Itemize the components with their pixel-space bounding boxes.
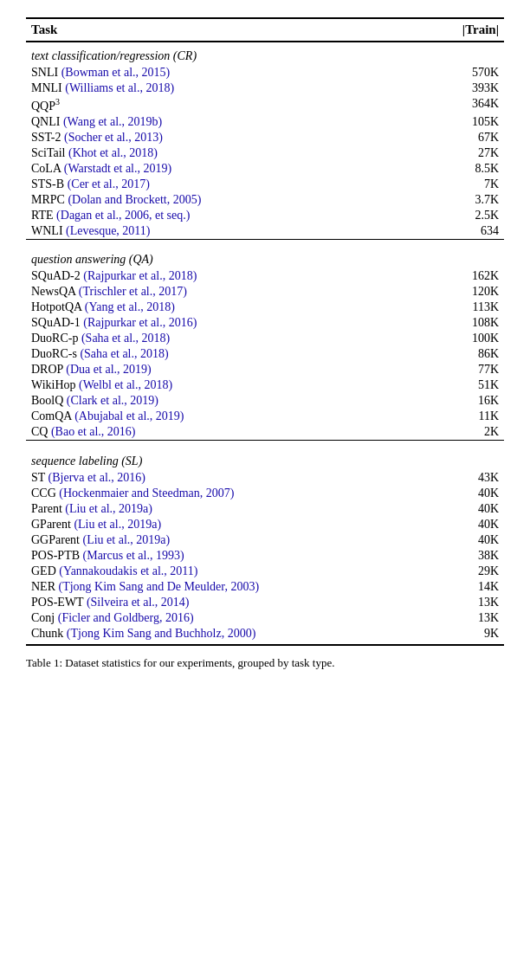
citation: (Saha et al., 2018): [81, 332, 170, 345]
citation: (Warstadt et al., 2019): [64, 162, 171, 175]
table-row: SNLI (Bowman et al., 2015)570K: [26, 65, 504, 81]
train-size-cell: 27K: [409, 145, 504, 161]
table-row: Conj (Ficler and Goldberg, 2016)13K: [26, 610, 504, 626]
separator-cell: [26, 441, 504, 448]
train-size-cell: 8.5K: [409, 161, 504, 177]
task-name: MNLI: [31, 81, 62, 94]
citation: (Bowman et al., 2015): [61, 66, 171, 79]
train-size-cell: 113K: [409, 300, 504, 315]
task-cell: BoolQ (Clark et al., 2019): [26, 393, 409, 409]
table-row: RTE (Dagan et al., 2006, et seq.)2.5K: [26, 208, 504, 223]
train-size-cell: 570K: [409, 65, 504, 81]
citation: (Liu et al., 2019a): [65, 502, 152, 515]
citation: (Silveira et al., 2014): [87, 596, 190, 609]
section-label: text classification/regression (CR): [26, 42, 504, 65]
citation: (Bao et al., 2016): [51, 425, 136, 438]
task-cell: DROP (Dua et al., 2019): [26, 362, 409, 377]
citation: (Yang et al., 2018): [85, 300, 175, 313]
task-cell: HotpotQA (Yang et al., 2018): [26, 300, 409, 315]
train-size-cell: 29K: [409, 564, 504, 579]
task-name: GGParent: [31, 533, 80, 546]
table-row: POS-EWT (Silveira et al., 2014)13K: [26, 595, 504, 610]
train-size-cell: 40K: [409, 486, 504, 501]
task-name: POS-EWT: [31, 596, 83, 609]
train-size-cell: 7K: [409, 177, 504, 192]
citation: (Tjong Kim Sang and Buchholz, 2000): [67, 627, 256, 640]
task-cell: WikiHop (Welbl et al., 2018): [26, 377, 409, 393]
task-cell: DuoRC-s (Saha et al., 2018): [26, 346, 409, 362]
citation: (Liu et al., 2019a): [83, 533, 171, 546]
task-cell: GED (Yannakoudakis et al., 2011): [26, 564, 409, 579]
task-name: CCG: [31, 487, 56, 500]
task-name: SNLI: [31, 66, 58, 79]
citation: (Trischler et al., 2017): [79, 285, 187, 298]
citation: (Tjong Kim Sang and De Meulder, 2003): [59, 580, 260, 593]
train-size-cell: 634: [409, 223, 504, 240]
section-label: sequence labeling (SL): [26, 448, 504, 470]
citation: (Hockenmaier and Steedman, 2007): [59, 487, 234, 500]
task-cell: SNLI (Bowman et al., 2015): [26, 65, 409, 81]
task-name: HotpotQA: [31, 300, 81, 313]
task-name: SQuAD-2: [31, 269, 81, 282]
train-size-cell: 38K: [409, 548, 504, 564]
task-cell: GGParent (Liu et al., 2019a): [26, 532, 409, 548]
task-cell: CoLA (Warstadt et al., 2019): [26, 161, 409, 177]
table-row: Chunk (Tjong Kim Sang and Buchholz, 2000…: [26, 626, 504, 645]
table-row: QQP3364K: [26, 96, 504, 114]
citation: (Socher et al., 2013): [64, 131, 163, 144]
train-size-cell: 51K: [409, 377, 504, 393]
task-cell: WNLI (Levesque, 2011): [26, 223, 409, 240]
task-cell: POS-PTB (Marcus et al., 1993): [26, 548, 409, 564]
task-name: BoolQ: [31, 394, 63, 407]
task-cell: GParent (Liu et al., 2019a): [26, 517, 409, 532]
task-cell: CQ (Bao et al., 2016): [26, 424, 409, 441]
table-row: MNLI (Williams et al., 2018)393K: [26, 81, 504, 96]
task-cell: SQuAD-2 (Rajpurkar et al., 2018): [26, 268, 409, 284]
task-name: CoLA: [31, 162, 61, 175]
task-cell: Parent (Liu et al., 2019a): [26, 501, 409, 517]
section-label-row: question answering (QA): [26, 246, 504, 268]
citation: (Williams et al., 2018): [65, 81, 174, 94]
train-size-cell: 14K: [409, 579, 504, 595]
citation: (Liu et al., 2019a): [74, 518, 161, 531]
citation: (Dagan et al., 2006, et seq.): [56, 209, 190, 222]
train-size-cell: 3.7K: [409, 192, 504, 208]
train-size-cell: 13K: [409, 610, 504, 626]
task-name: SciTail: [31, 146, 65, 159]
task-name: CQ: [31, 425, 48, 438]
table-row: DROP (Dua et al., 2019)77K: [26, 362, 504, 377]
section-separator: [26, 441, 504, 448]
citation: (Bjerva et al., 2016): [48, 471, 145, 484]
task-cell: POS-EWT (Silveira et al., 2014): [26, 595, 409, 610]
task-cell: ComQA (Abujabal et al., 2019): [26, 409, 409, 424]
train-size-cell: 393K: [409, 81, 504, 96]
table-row: SQuAD-1 (Rajpurkar et al., 2016)108K: [26, 315, 504, 331]
table-row: GParent (Liu et al., 2019a)40K: [26, 517, 504, 532]
citation: (Dolan and Brockett, 2005): [68, 193, 201, 206]
citation: (Saha et al., 2018): [80, 347, 168, 360]
train-size-cell: 120K: [409, 284, 504, 300]
task-cell: MRPC (Dolan and Brockett, 2005): [26, 192, 409, 208]
task-name: Chunk: [31, 627, 63, 640]
table-row: Parent (Liu et al., 2019a)40K: [26, 501, 504, 517]
train-size-cell: 67K: [409, 130, 504, 145]
table-row: NER (Tjong Kim Sang and De Meulder, 2003…: [26, 579, 504, 595]
table-row: SST-2 (Socher et al., 2013)67K: [26, 130, 504, 145]
train-size-cell: 13K: [409, 595, 504, 610]
table-row: DuoRC-p (Saha et al., 2018)100K: [26, 331, 504, 346]
task-cell: SST-2 (Socher et al., 2013): [26, 130, 409, 145]
citation: (Ficler and Goldberg, 2016): [58, 611, 194, 624]
train-size-cell: 2K: [409, 424, 504, 441]
task-cell: Conj (Ficler and Goldberg, 2016): [26, 610, 409, 626]
citation: (Cer et al., 2017): [68, 177, 150, 190]
table-row: POS-PTB (Marcus et al., 1993)38K: [26, 548, 504, 564]
task-name: DuoRC-s: [31, 347, 77, 360]
table-caption: Table 1: Dataset statistics for our expe…: [26, 656, 504, 670]
task-cell: CCG (Hockenmaier and Steedman, 2007): [26, 486, 409, 501]
task-name: SST-2: [31, 131, 61, 144]
citation: (Levesque, 2011): [66, 224, 150, 237]
task-cell: NER (Tjong Kim Sang and De Meulder, 2003…: [26, 579, 409, 595]
train-size-cell: 2.5K: [409, 208, 504, 223]
task-name: DROP: [31, 363, 63, 376]
table-row: QNLI (Wang et al., 2019b)105K: [26, 114, 504, 130]
